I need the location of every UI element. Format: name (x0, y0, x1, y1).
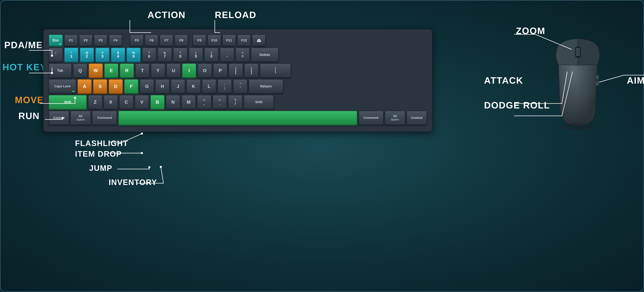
key-g[interactable]: G (140, 79, 154, 93)
bottom-row: Control Alt Option Command Command Alt O… (49, 111, 427, 125)
label-inventory: INVENTORY (109, 178, 157, 187)
main-container: ACTION RELOAD PDA/MENU HOT KEYS MOVE RUN… (0, 0, 644, 292)
key-6[interactable]: ^ 6 (142, 48, 156, 62)
key-p[interactable]: P (213, 63, 227, 78)
key-i[interactable]: I (182, 63, 196, 78)
mouse-svg (544, 36, 612, 139)
key-eject[interactable]: ⏏ (252, 35, 266, 46)
label-attack: ATTACK (484, 75, 523, 86)
key-l[interactable]: L (202, 79, 216, 93)
key-f7[interactable]: F7 (160, 35, 173, 46)
key-close-bracket[interactable]: } ] (244, 63, 258, 78)
key-f5[interactable]: F5 (130, 35, 144, 46)
key-cmd-left[interactable]: Command (92, 111, 117, 125)
key-f11[interactable]: F11 (222, 35, 236, 46)
key-c[interactable]: C (119, 95, 134, 109)
key-e[interactable]: E (104, 63, 118, 78)
label-aim: AIM (627, 75, 644, 86)
mouse-connector-svg (438, 22, 644, 164)
key-caps-lock[interactable]: Caps Lock (49, 79, 76, 93)
label-dodge-roll: DODGE ROLL (484, 100, 550, 110)
key-2[interactable]: @ 2 (80, 48, 94, 62)
key-f8[interactable]: F8 (174, 35, 188, 46)
key-4[interactable]: $ 4 (111, 48, 125, 62)
key-f[interactable]: F (124, 79, 138, 93)
key-space[interactable] (118, 111, 357, 125)
key-alt-right[interactable]: Alt Option (385, 111, 405, 125)
key-open-bracket[interactable]: { [ (229, 63, 243, 78)
key-period[interactable]: > . (213, 95, 227, 109)
key-9[interactable]: ( 9 (189, 48, 203, 62)
key-j[interactable]: J (171, 79, 185, 93)
key-tab[interactable]: Tab (49, 63, 72, 78)
key-minus[interactable]: _ - (220, 48, 234, 62)
key-f6[interactable]: F6 (145, 35, 158, 46)
label-action: ACTION (148, 10, 186, 20)
function-row: Esc F1 F2 F3 F4 F5 F6 F7 F8 F9 F10 F11 F… (49, 35, 427, 46)
key-1[interactable]: ! 1 (64, 48, 78, 62)
key-r[interactable]: R (120, 63, 134, 78)
label-zoom: ZOOM (516, 26, 545, 36)
key-7[interactable]: & 7 (158, 48, 172, 62)
mouse-container: ZOOM AIM ATTACK DODGE ROLL (544, 36, 612, 139)
key-f3[interactable]: F3 (94, 35, 108, 46)
key-3[interactable]: # 3 (95, 48, 110, 62)
key-f12[interactable]: F12 (237, 35, 251, 46)
key-8[interactable]: * 8 (173, 48, 187, 62)
key-comma[interactable]: < , (197, 95, 211, 109)
key-ctrl-left[interactable]: Control (49, 111, 69, 125)
key-f10[interactable]: F10 (208, 35, 221, 46)
key-f9[interactable]: F9 (193, 35, 206, 46)
key-shift-right[interactable]: Shift (244, 95, 274, 109)
key-m[interactable]: M (182, 95, 196, 109)
key-k[interactable]: K (186, 79, 201, 93)
svg-point-7 (160, 166, 162, 168)
key-equals[interactable]: + = (236, 48, 250, 62)
key-h[interactable]: H (155, 79, 170, 93)
key-0[interactable]: ) 0 (204, 48, 218, 62)
key-shift-left[interactable]: Shift (49, 95, 87, 109)
number-row: ~ ` ! 1 @ 2 # 3 $ 4 (49, 48, 427, 62)
key-5[interactable]: % 5 (126, 48, 141, 62)
key-f4[interactable]: F4 (109, 35, 122, 46)
key-esc[interactable]: Esc (49, 35, 63, 46)
qwerty-row: Tab Q W E R T Y U I O P { [ } ] (49, 63, 427, 78)
key-alt-left[interactable]: Alt Option (70, 111, 91, 125)
svg-point-5 (141, 152, 143, 154)
key-w[interactable]: W (89, 63, 103, 78)
key-quote[interactable]: " ' (233, 79, 247, 93)
svg-point-4 (141, 132, 143, 135)
home-row: Caps Lock A S D F G H J K L : ; " ' (49, 79, 427, 93)
key-x[interactable]: X (104, 95, 118, 109)
svg-rect-16 (595, 79, 599, 82)
key-b[interactable]: B (150, 95, 164, 109)
key-ctrl-right[interactable]: Control (406, 111, 427, 125)
key-y[interactable]: Y (151, 63, 165, 78)
key-a[interactable]: A (78, 79, 92, 93)
key-z[interactable]: Z (88, 95, 102, 109)
key-v[interactable]: V (135, 95, 149, 109)
key-f2[interactable]: F2 (79, 35, 92, 46)
key-d[interactable]: D (109, 79, 123, 93)
key-tilde[interactable]: ~ ` (49, 48, 63, 62)
keyboard: Esc F1 F2 F3 F4 F5 F6 F7 F8 F9 F10 F11 F… (43, 29, 432, 132)
key-f1[interactable]: F1 (64, 35, 78, 46)
label-move: MOVE (15, 95, 44, 105)
key-u[interactable]: U (166, 63, 181, 78)
key-q[interactable]: Q (73, 63, 87, 78)
key-return[interactable]: Return (249, 79, 283, 93)
keyboard-wrapper: ACTION RELOAD PDA/MENU HOT KEYS MOVE RUN… (43, 29, 432, 132)
svg-point-14 (560, 123, 596, 130)
key-backslash[interactable]: | \ (260, 63, 291, 78)
key-t[interactable]: T (135, 63, 150, 78)
key-s[interactable]: S (93, 79, 107, 93)
key-cmd-right[interactable]: Command (358, 111, 384, 125)
key-semicolon[interactable]: : ; (218, 79, 232, 93)
key-delete[interactable]: Delete (251, 48, 278, 62)
key-n[interactable]: N (166, 95, 180, 109)
key-slash[interactable]: ? / (228, 95, 242, 109)
label-run: RUN (18, 110, 40, 121)
svg-point-6 (148, 166, 150, 168)
label-flashlight: FLASHLIGHT (75, 139, 128, 148)
key-o[interactable]: O (198, 63, 212, 78)
